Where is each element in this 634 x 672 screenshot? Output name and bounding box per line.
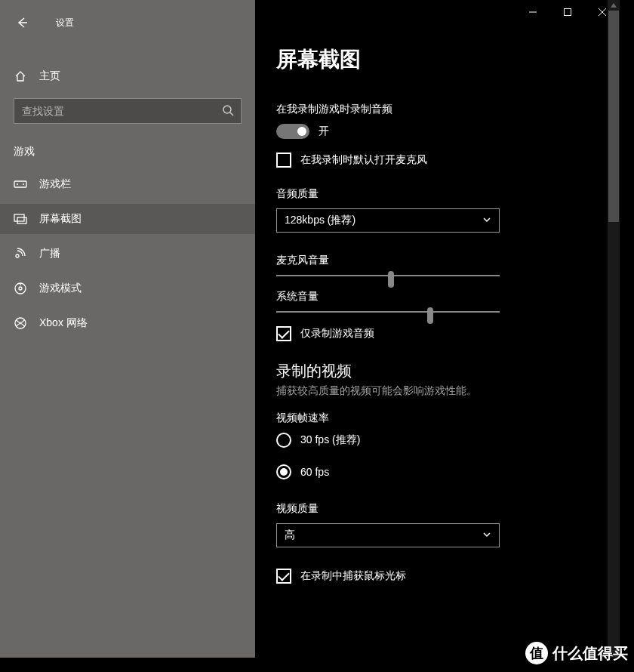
video-quality-dropdown[interactable]: 高 [276, 523, 500, 547]
close-button[interactable] [585, 0, 620, 24]
nav-label: 广播 [39, 247, 60, 260]
audio-quality-label: 音频质量 [276, 187, 586, 201]
app-title: 设置 [56, 17, 74, 29]
svg-rect-1 [565, 9, 571, 16]
window-controls [516, 0, 620, 24]
game-audio-only-checkbox[interactable]: 仅录制游戏音频 [276, 326, 586, 341]
sys-volume-label: 系统音量 [276, 290, 586, 304]
sys-volume-slider[interactable] [276, 311, 500, 313]
toggle-state-label: 开 [319, 125, 329, 138]
checkbox-label: 在我录制时默认打开麦克风 [300, 153, 427, 167]
content-area: 屏幕截图 在我录制游戏时录制音频 开 在我录制时默认打开麦克风 音频质量 128… [255, 0, 620, 658]
svg-point-14 [19, 287, 22, 290]
home-nav[interactable]: 主页 [0, 62, 255, 91]
mic-volume-slider[interactable] [276, 275, 500, 276]
recorded-video-desc: 捕获较高质量的视频可能会影响游戏性能。 [276, 384, 586, 398]
watermark: 值 什么值得买 [525, 642, 628, 664]
game-bar-icon [14, 177, 27, 191]
svg-rect-7 [14, 181, 26, 187]
broadcast-icon [14, 247, 27, 260]
search-input[interactable] [14, 98, 242, 124]
maximize-button[interactable] [550, 0, 585, 24]
nav-captures[interactable]: 屏幕截图 [0, 204, 255, 234]
home-label: 主页 [39, 69, 60, 83]
scrollbar-thumb[interactable] [608, 11, 619, 222]
nav-label: Xbox 网络 [39, 316, 88, 330]
radio-label: 30 fps (推荐) [300, 433, 360, 447]
page-title: 屏幕截图 [276, 45, 586, 74]
nav-label: 屏幕截图 [39, 212, 82, 226]
nav-xbox-network[interactable]: Xbox 网络 [0, 308, 255, 338]
back-button[interactable] [9, 10, 35, 35]
vertical-scrollbar[interactable] [608, 0, 620, 658]
slider-thumb[interactable] [427, 307, 433, 324]
home-icon [14, 69, 27, 83]
sidebar: 设置 主页 游戏 游戏栏 [0, 0, 255, 658]
capture-cursor-checkbox[interactable]: 在录制中捕获鼠标光标 [276, 569, 586, 584]
svg-point-8 [17, 183, 18, 185]
nav-game-mode[interactable]: 游戏模式 [0, 273, 255, 304]
minimize-button[interactable] [516, 0, 550, 24]
mic-volume-label: 麦克风音量 [276, 254, 586, 267]
captures-icon [14, 212, 27, 226]
svg-point-12 [16, 254, 19, 257]
audio-quality-dropdown[interactable]: 128kbps (推荐) [276, 208, 500, 233]
framerate-label: 视频帧速率 [276, 412, 586, 425]
search-icon [222, 104, 234, 119]
audio-record-toggle[interactable]: 开 [276, 124, 586, 139]
nav-broadcast[interactable]: 广播 [0, 239, 255, 269]
watermark-text: 什么值得买 [552, 643, 628, 664]
svg-point-5 [223, 106, 231, 113]
fps-60-radio[interactable]: 60 fps [276, 464, 586, 479]
svg-point-9 [23, 183, 24, 185]
radio-label: 60 fps [300, 466, 329, 478]
watermark-badge: 值 [525, 642, 548, 664]
game-mode-icon [14, 282, 27, 295]
nav-group-label: 游戏 [14, 145, 242, 159]
nav-label: 游戏栏 [39, 177, 71, 191]
nav-label: 游戏模式 [39, 282, 82, 295]
fps-30-radio[interactable]: 30 fps (推荐) [276, 433, 586, 448]
chevron-down-icon [482, 214, 491, 227]
dropdown-value: 128kbps (推荐) [285, 214, 355, 227]
mic-default-checkbox[interactable]: 在我录制时默认打开麦克风 [276, 153, 586, 168]
audio-record-label: 在我录制游戏时录制音频 [276, 103, 586, 116]
xbox-icon [14, 316, 27, 330]
slider-thumb[interactable] [388, 271, 394, 288]
svg-rect-11 [17, 217, 26, 223]
checkbox-label: 在录制中捕获鼠标光标 [300, 569, 406, 583]
chevron-down-icon [482, 529, 491, 541]
video-quality-label: 视频质量 [276, 502, 586, 516]
svg-line-6 [230, 113, 233, 116]
checkbox-label: 仅录制游戏音频 [300, 327, 374, 341]
nav-game-bar[interactable]: 游戏栏 [0, 169, 255, 199]
dropdown-value: 高 [285, 529, 295, 542]
recorded-video-title: 录制的视频 [276, 361, 586, 381]
